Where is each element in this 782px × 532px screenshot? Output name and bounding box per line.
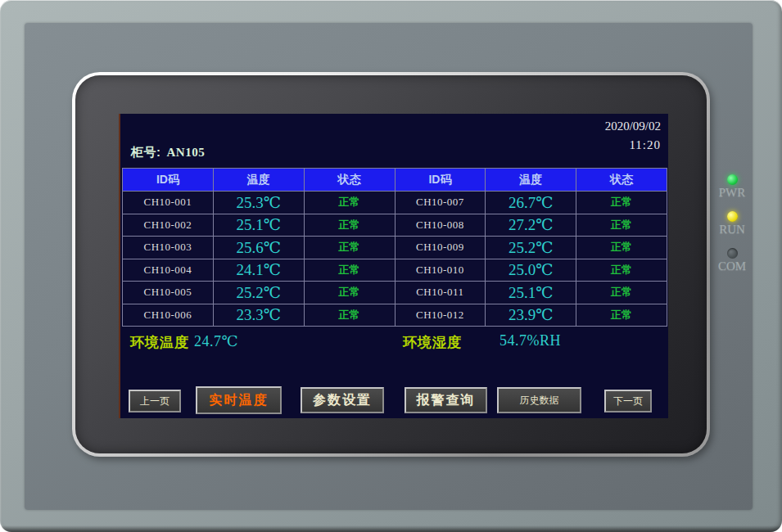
channel-id-cell: CH10-004 [123,259,213,282]
cabinet-number: 柜号:AN105 [131,145,205,160]
temperature-cell: 23.3℃ [214,304,304,327]
column-header-temp: 温度 [214,169,304,191]
status-cell: 正常 [576,192,667,214]
temperature-cell: 24.1℃ [214,259,304,282]
temperature-cell: 26.7℃ [486,192,576,214]
environment-readings: 环境温度 24.7℃ 环境湿度 54.7%RH [120,327,668,359]
nav-button-param-settings[interactable]: 参数设置 [301,387,384,413]
column-header-id: ID码 [123,169,213,191]
column-header-status: 状态 [305,169,395,191]
channel-id-cell: CH10-008 [396,214,486,237]
power-led-item: PWR [713,174,751,200]
status-cell: 正常 [576,237,667,259]
com-led-item: COM [713,248,751,273]
temperature-cell: 25.3℃ [214,192,304,214]
column-header-status: 状态 [576,169,667,191]
nav-button-prev-page[interactable]: 上一页 [129,390,181,413]
temperature-cell: 25.1℃ [486,282,576,304]
channel-temperature-table: ID码 温度 状态 ID码 温度 状态 CH10-001 25.3℃ 正常 CH… [122,168,667,327]
cabinet-label: 柜号: [131,145,161,159]
status-cell: 正常 [305,192,395,214]
column-header-id: ID码 [396,169,486,191]
com-led-icon [727,248,738,259]
channel-id-cell: CH10-005 [123,282,213,304]
run-led-icon [727,211,738,222]
ambient-temperature-value: 24.7℃ [194,332,238,350]
status-cell: 正常 [576,304,667,327]
ambient-humidity-value: 54.7%RH [499,332,561,349]
status-led-panel: PWR RUN COM [713,174,751,285]
ambient-humidity-label: 环境湿度 [403,333,462,352]
hmi-device-frame: 2020/09/02 11:20 柜号:AN105 ID码 温度 状态 ID码 … [0,0,782,532]
nav-button-alarm-query[interactable]: 报警查询 [405,387,487,413]
temperature-cell: 27.2℃ [486,214,576,237]
nav-button-realtime-temp[interactable]: 实时温度 [196,386,282,414]
time-text: 11:20 [605,136,661,155]
temperature-cell: 25.0℃ [486,259,576,282]
status-cell: 正常 [305,304,395,327]
channel-id-cell: CH10-010 [396,259,486,282]
temperature-cell: 25.2℃ [486,237,576,259]
channel-id-cell: CH10-001 [123,192,213,214]
channel-id-cell: CH10-012 [396,304,486,327]
status-cell: 正常 [305,237,395,259]
cabinet-value: AN105 [167,146,206,159]
status-cell: 正常 [305,214,395,237]
nav-button-next-page[interactable]: 下一页 [604,390,652,413]
power-led-label: PWR [713,186,751,200]
channel-id-cell: CH10-011 [396,282,486,304]
run-led-item: RUN [713,211,751,237]
status-cell: 正常 [305,282,395,304]
nav-button-history-data[interactable]: 历史数据 [497,387,581,413]
run-led-label: RUN [713,223,751,237]
date-text: 2020/09/02 [605,117,661,136]
temperature-cell: 25.6℃ [214,237,304,259]
datetime-display: 2020/09/02 11:20 [605,117,661,156]
status-cell: 正常 [576,282,667,304]
lcd-display: 2020/09/02 11:20 柜号:AN105 ID码 温度 状态 ID码 … [119,114,668,418]
temperature-cell: 25.1℃ [214,214,304,237]
temperature-cell: 25.2℃ [214,282,304,304]
status-cell: 正常 [576,259,667,282]
power-led-icon [727,174,738,185]
channel-id-cell: CH10-006 [123,304,213,327]
ambient-temperature-label: 环境温度 [130,333,189,352]
channel-id-cell: CH10-007 [396,192,486,214]
column-header-temp: 温度 [486,169,576,191]
temperature-cell: 23.9℃ [486,304,576,327]
navigation-button-bar: 上一页 实时温度 参数设置 报警查询 历史数据 下一页 [120,386,668,417]
status-cell: 正常 [576,214,667,237]
channel-id-cell: CH10-002 [123,214,213,237]
com-led-label: COM [713,259,751,273]
channel-id-cell: CH10-003 [123,237,213,259]
channel-id-cell: CH10-009 [396,237,486,259]
status-cell: 正常 [305,259,395,282]
